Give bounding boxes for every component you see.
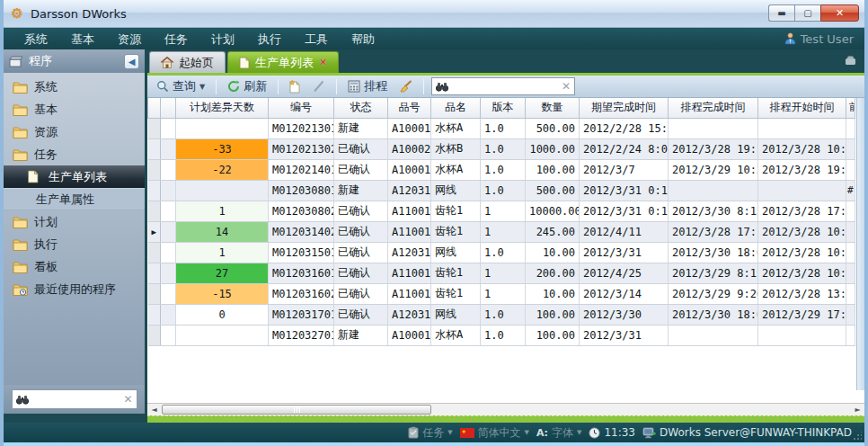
pin-panel-icon[interactable] (844, 55, 857, 66)
cell-item[interactable]: A12031 (388, 242, 431, 263)
cell-item[interactable]: A11001 (388, 201, 431, 221)
menu-item-7[interactable]: 工具 (293, 30, 340, 49)
sidebar-search-clear-icon[interactable]: ✕ (123, 393, 132, 406)
cell-ver[interactable]: 1.0 (481, 118, 526, 138)
scroll-right-icon[interactable]: ► (851, 404, 864, 415)
cell-qty[interactable]: 500.00 (526, 118, 580, 138)
cell-sched_end[interactable]: 2012/3/29 10:20 (669, 159, 758, 180)
sidebar-item-7[interactable]: 计划 (4, 210, 145, 233)
column-header-qty[interactable]: 数量 (526, 98, 580, 118)
menu-item-2[interactable]: 基本 (59, 30, 106, 49)
sidebar-item-5[interactable]: 生产单列表 (4, 165, 145, 188)
column-header-flag[interactable]: 前 (846, 98, 855, 118)
cell-diff[interactable]: 1 (176, 242, 269, 263)
cell-name[interactable]: 水杯A (431, 325, 481, 345)
cell-flag[interactable] (846, 138, 855, 159)
toolbar-filter-clear-icon[interactable]: ✕ (562, 80, 571, 93)
close-button[interactable]: ✕ (820, 4, 859, 22)
sidebar-item-10[interactable]: 最近使用的程序 (4, 278, 145, 300)
cell-no[interactable]: M012031701 (269, 304, 334, 325)
cell-ver[interactable]: 1.0 (481, 180, 526, 201)
language-dropdown-icon[interactable]: ▼ (525, 429, 529, 436)
cell-diff[interactable]: -33 (176, 138, 269, 159)
schedule-button[interactable]: 排程 (344, 76, 391, 96)
language-selector[interactable]: ★ 简体中文 ▼ (460, 425, 529, 441)
sidebar-item-1[interactable]: 系统 (4, 76, 145, 98)
cell-due[interactable]: 2012/3/31 0:17 (580, 201, 669, 221)
cell-ver[interactable]: 1.0 (481, 242, 526, 263)
resize-grip[interactable] (853, 432, 862, 441)
cell-name[interactable]: 齿轮1 (431, 201, 481, 221)
cell-status[interactable]: 已确认 (334, 221, 388, 242)
column-header-name[interactable]: 品名 (431, 98, 481, 118)
cell-sched_end[interactable]: 2012/3/29 8:15 (669, 263, 758, 283)
cell-diff[interactable]: -22 (176, 159, 269, 180)
cell-sched_start[interactable] (758, 180, 846, 201)
column-header-item[interactable]: 品号 (388, 98, 431, 118)
cell-indent[interactable] (161, 325, 176, 345)
cell-no[interactable]: M012021301 (269, 118, 334, 138)
cell-sched_end[interactable]: 2012/3/30 8:15 (669, 201, 758, 221)
cell-due[interactable]: 2012/4/11 (580, 221, 669, 242)
row-selector-cell[interactable] (148, 242, 161, 263)
cell-sched_start[interactable]: 2012/3/28 10:52 (758, 263, 846, 283)
cell-diff[interactable]: 14 (176, 221, 269, 242)
row-selector-cell[interactable] (148, 138, 161, 159)
cell-name[interactable]: 水杯A (431, 159, 481, 180)
cell-no[interactable]: M012021401 (269, 159, 334, 180)
cell-indent[interactable] (161, 118, 176, 138)
cell-no[interactable]: M012031602 (269, 283, 334, 304)
menu-item-5[interactable]: 计划 (199, 30, 246, 49)
cell-due[interactable]: 2012/2/28 15:00 (580, 118, 669, 138)
column-header-ver[interactable]: 版本 (481, 98, 526, 118)
cell-item[interactable]: A12031 (388, 304, 431, 325)
cell-ver[interactable]: 1.0 (481, 325, 526, 345)
cell-sched_end[interactable]: 2012/3/29 9:20 (669, 283, 758, 304)
cell-item[interactable]: A10002 (388, 138, 431, 159)
cell-sched_start[interactable]: 2012/3/28 10:52 (758, 221, 846, 242)
cell-status[interactable]: 已确认 (334, 159, 388, 180)
cell-sched_end[interactable] (669, 325, 758, 345)
cell-status[interactable]: 已确认 (334, 138, 388, 159)
refresh-button[interactable]: 刷新 (224, 76, 270, 96)
sidebar-item-3[interactable]: 资源 (4, 120, 145, 143)
query-button[interactable]: 查询 ▼ (153, 76, 208, 96)
column-header-no[interactable]: 编号 (269, 98, 334, 118)
cell-sched_end[interactable]: 2012/3/30 18:00 (669, 242, 758, 263)
cell-qty[interactable]: 100.00 (526, 159, 580, 180)
toolbar-filter-input[interactable] (452, 80, 558, 93)
font-dropdown-icon[interactable]: ▼ (577, 429, 581, 436)
row-selector-cell[interactable] (148, 304, 161, 325)
cell-sched_end[interactable]: 2012/3/30 18:00 (669, 304, 758, 325)
cell-due[interactable]: 2012/2/24 8:00 (580, 138, 669, 159)
cell-item[interactable]: A11001 (388, 263, 431, 283)
cell-sched_end[interactable]: 2012/3/28 17:13 (669, 221, 758, 242)
column-header-due[interactable]: 期望完成时间 (580, 98, 669, 118)
cell-status[interactable]: 已确认 (334, 201, 388, 221)
cell-indent[interactable] (161, 201, 176, 221)
current-row-indicator[interactable]: ▶ (148, 221, 161, 242)
cell-qty[interactable]: 100.00 (526, 325, 580, 345)
cell-indent[interactable] (161, 159, 176, 180)
column-header-status[interactable]: 状态 (334, 98, 388, 118)
row-selector-cell[interactable] (148, 201, 161, 221)
cell-qty[interactable]: 10.00 (526, 242, 580, 263)
horizontal-scrollbar[interactable]: ◄ ► (147, 403, 864, 415)
cell-diff[interactable] (176, 325, 269, 345)
cell-indent[interactable] (161, 221, 176, 242)
cell-flag[interactable] (846, 263, 855, 283)
cell-due[interactable]: 2012/3/14 (580, 283, 669, 304)
cell-sched_start[interactable]: 2012/3/28 13:40 (758, 283, 846, 304)
cell-name[interactable]: 齿轮1 (431, 221, 481, 242)
cell-qty[interactable]: 245.00 (526, 221, 580, 242)
sidebar-search-input[interactable] (32, 393, 120, 406)
cell-qty[interactable]: 1000.00 (526, 138, 580, 159)
cell-sched_end[interactable]: 2012/3/28 19:10 (669, 138, 758, 159)
cell-status[interactable]: 新建 (334, 325, 388, 345)
cell-item[interactable]: A12031 (388, 180, 431, 201)
cell-ver[interactable]: 1 (481, 283, 526, 304)
cell-sched_start[interactable]: 2012/3/28 17:13 (758, 201, 846, 221)
vertical-scrollbar[interactable] (856, 98, 864, 390)
cell-sched_start[interactable]: 2012/3/28 10:52 (758, 242, 846, 263)
cell-no[interactable]: M012031402 (269, 221, 334, 242)
